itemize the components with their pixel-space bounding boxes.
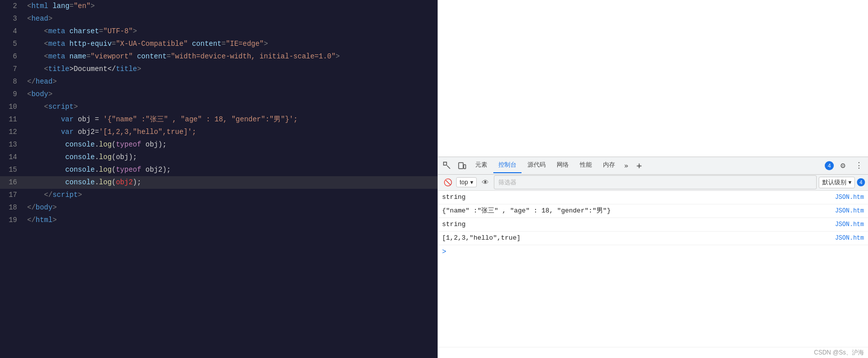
token: >	[52, 78, 56, 86]
console-prompt-row[interactable]: >	[438, 245, 868, 258]
token: =	[222, 40, 226, 48]
token: .	[95, 166, 99, 174]
token: "gender"	[231, 115, 265, 123]
code-line-13: 13 console.log(typeof obj);	[0, 138, 438, 151]
code-area: 2<html lang="en">3<head>4 <meta charset=…	[0, 0, 438, 358]
console-link[interactable]: JSON.htm	[831, 220, 864, 230]
token: 18	[215, 115, 223, 123]
level-dropdown-icon: ▾	[848, 179, 851, 186]
tab-sources[interactable]: 源代码	[523, 158, 551, 173]
token: meta	[48, 52, 65, 60]
token: log	[99, 166, 112, 174]
token	[27, 128, 61, 136]
code-line-4: 4 <meta charset="UTF-8">	[0, 25, 438, 38]
console-text: {"name" :"张三" , "age" : 18, "gender":"男"…	[442, 206, 831, 216]
tab-elements[interactable]: 元素	[470, 158, 492, 173]
line-number: 18	[0, 201, 25, 214]
svg-rect-1	[459, 163, 463, 169]
code-line-10: 10 <script>	[0, 101, 438, 113]
tab-performance[interactable]: 性能	[575, 158, 597, 173]
tab-network[interactable]: 网络	[552, 158, 574, 173]
token: <	[27, 52, 48, 60]
code-line-8: 8</head>	[0, 76, 438, 88]
token: "X-UA-Compatible"	[116, 40, 188, 48]
line-number: 13	[0, 138, 25, 151]
tab-console[interactable]: 控制台	[493, 158, 522, 173]
token: <	[27, 65, 48, 73]
line-number: 2	[0, 0, 25, 13]
token: >Document</	[69, 65, 116, 73]
log-level-selector[interactable]: 默认级别 ▾	[819, 177, 855, 188]
svg-rect-2	[464, 165, 466, 169]
filter-input[interactable]: 筛选器	[494, 175, 817, 189]
settings-icon[interactable]: ⚙	[836, 159, 850, 173]
code-line-16: 16 console.log(obj2);	[0, 176, 438, 189]
more-tabs-icon[interactable]: »	[621, 160, 631, 172]
top-label: top	[460, 179, 468, 186]
line-number: 8	[0, 76, 25, 88]
token: '	[103, 115, 107, 123]
token: <	[27, 103, 48, 111]
token: "age"	[181, 115, 202, 123]
token: >	[78, 191, 82, 199]
token: </	[27, 216, 36, 224]
token	[27, 178, 65, 186]
console-toolbar: 🚫 top ▾ 👁 筛选器 默认级别 ▾ 4	[438, 175, 868, 191]
token	[27, 153, 65, 161]
tab-memory[interactable]: 内存	[598, 158, 620, 173]
token: http-equiv	[69, 40, 112, 48]
token: console	[65, 178, 95, 186]
line-number: 16	[0, 176, 25, 189]
code-line-14: 14 console.log(obj);	[0, 151, 438, 164]
token	[65, 52, 69, 60]
code-editor: 2<html lang="en">3<head>4 <meta charset=…	[0, 0, 438, 358]
console-text: [1,2,3,"hello",true]	[442, 233, 831, 243]
code-line-6: 6 <meta name="viewport" content="width=d…	[0, 50, 438, 63]
console-row: string JSON.htm	[438, 218, 868, 232]
token: obj2	[116, 178, 133, 186]
line-content: <head>	[25, 13, 438, 25]
token: "en"	[73, 2, 91, 10]
inspect-icon[interactable]	[440, 159, 454, 173]
line-number: 12	[0, 126, 25, 138]
console-row: string JSON.htm	[438, 191, 868, 204]
console-link[interactable]: JSON.htm	[831, 233, 864, 243]
device-toolbar-icon[interactable]	[455, 159, 469, 173]
line-number: 7	[0, 63, 25, 76]
console-link[interactable]: JSON.htm	[831, 206, 864, 216]
token: obj2);	[141, 166, 171, 174]
context-selector[interactable]: top ▾	[456, 177, 477, 187]
token: .	[95, 140, 99, 149]
token: meta	[48, 40, 65, 48]
console-text: string	[442, 192, 831, 202]
code-line-19: 19</html>	[0, 214, 438, 227]
console-link[interactable]: JSON.htm	[831, 192, 864, 202]
clear-console-icon[interactable]: 🚫	[441, 176, 454, 189]
token: obj2=	[73, 128, 99, 136]
line-content: var obj2='[1,2,3,"hello",true]';	[25, 126, 438, 138]
line-number: 17	[0, 189, 25, 201]
token: var	[61, 115, 73, 123]
customize-icon[interactable]: ⋮	[852, 159, 866, 173]
code-line-11: 11 var obj = '{"name" :"张三" , "age" : 18…	[0, 113, 438, 126]
token: >	[48, 90, 52, 98]
token: :	[202, 115, 214, 123]
eye-icon[interactable]: 👁	[479, 176, 492, 189]
console-row: {"name" :"张三" , "age" : 18, "gender":"男"…	[438, 204, 868, 218]
token: "男"	[270, 115, 285, 123]
watermark: CSDN @Ss、沪海	[438, 347, 868, 358]
console-text: string	[442, 220, 831, 230]
devtools-right-icons: 4 ⚙ ⋮	[825, 159, 866, 173]
token: obj =	[73, 115, 103, 123]
token: var	[61, 128, 73, 136]
token: ,true]';	[162, 128, 196, 136]
token: </	[27, 191, 52, 199]
token: >	[52, 203, 56, 211]
token: "hello"	[133, 128, 162, 136]
token: console	[65, 140, 95, 149]
line-number: 19	[0, 214, 25, 227]
token: .	[95, 153, 99, 161]
add-tab-icon[interactable]: +	[632, 158, 646, 173]
code-line-18: 18</body>	[0, 201, 438, 214]
token	[65, 27, 69, 35]
